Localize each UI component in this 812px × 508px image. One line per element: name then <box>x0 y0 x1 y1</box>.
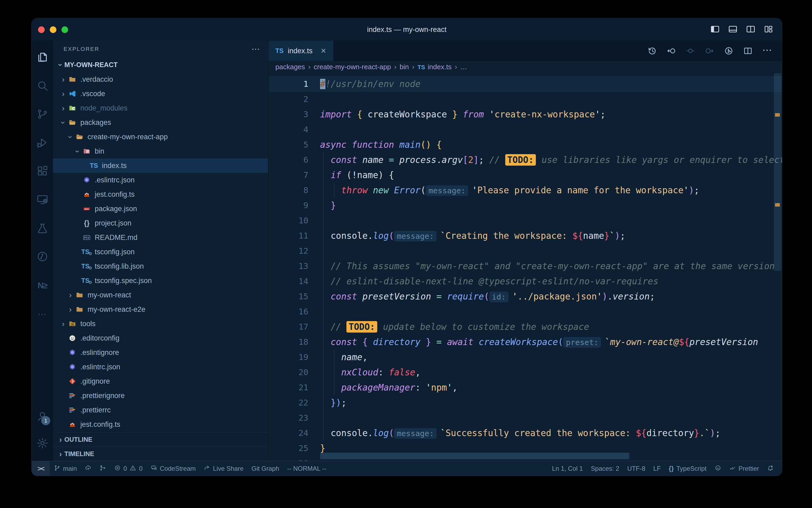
code-editor[interactable]: 1#!/usr/bin/env node23import { createWor… <box>269 73 782 461</box>
status-remote[interactable]: >< <box>32 461 50 476</box>
code-token: Please provide a name for the workspace <box>477 185 683 196</box>
breadcrumb-item-index-ts[interactable]: TSindex.ts <box>418 63 451 71</box>
activity-settings[interactable] <box>32 430 53 457</box>
code-token: () <box>421 139 431 150</box>
tree-item-my-own-react[interactable]: ›my-own-react <box>53 288 268 302</box>
breadcrumb-item-bin[interactable]: bin <box>399 63 409 71</box>
activity-more-views[interactable]: ⋯ <box>36 300 49 328</box>
breadcrumb-item-[interactable]: … <box>460 63 467 71</box>
panel-timeline[interactable]: ›TIMELINE <box>53 447 268 461</box>
activity-testing[interactable] <box>36 214 49 243</box>
tree-item-tsconfig-spec-json[interactable]: TS⚙tsconfig.spec.json <box>53 273 268 288</box>
status-feedback[interactable] <box>711 461 725 476</box>
activity-accounts[interactable]: 1 <box>32 403 53 430</box>
line-number: 8 <box>269 183 308 198</box>
tree-item-package-json[interactable]: npmpackage.json <box>53 202 268 216</box>
tree-item-bin[interactable]: ›0110bin <box>53 144 268 159</box>
tree-item-label: .editorconfig <box>80 334 120 342</box>
code-text: name, <box>320 349 782 365</box>
code-token <box>431 291 436 302</box>
code-token: ' <box>512 291 518 302</box>
status-vim-mode[interactable]: -- NORMAL -- <box>283 461 330 476</box>
tree-item-jest-config-ts[interactable]: jest.config.ts <box>53 417 268 432</box>
tree-item-eslintrc-json[interactable]: .eslintrc.json <box>53 360 268 374</box>
vertical-scrollbar[interactable] <box>774 73 781 271</box>
breadcrumb-item-packages[interactable]: packages <box>275 63 305 71</box>
tree-item-node-modules[interactable]: ›JSnode_modules <box>53 101 268 115</box>
indent-guide <box>323 152 324 167</box>
tree-item-tsconfig-lib-json[interactable]: TS⚙tsconfig.lib.json <box>53 259 268 273</box>
customize-layout-icon[interactable] <box>764 24 773 35</box>
tree-item-project-json[interactable]: {}project.json <box>53 216 268 230</box>
activity-source-control[interactable] <box>36 100 49 129</box>
timeline-history-icon[interactable] <box>647 46 657 56</box>
split-editor-icon[interactable] <box>743 46 753 56</box>
status-problems[interactable]: 00 <box>110 461 147 476</box>
code-token: // This assumes "my-own-react" and "crea… <box>331 261 775 271</box>
tree-item-prettierrc[interactable]: .prettierrc <box>53 403 268 417</box>
activity-explorer[interactable] <box>36 43 49 72</box>
code-token: name <box>357 170 378 180</box>
files-icon <box>36 51 49 65</box>
tree-item-index-ts[interactable]: TSindex.ts <box>53 159 268 173</box>
status-cursor-position[interactable]: Ln 1, Col 1 <box>548 461 587 476</box>
tree-item-create-my-own-react-app[interactable]: ›create-my-own-react-app <box>53 130 268 144</box>
activity-remote-explorer[interactable] <box>36 186 49 214</box>
tree-item-jest-config-ts[interactable]: jest.config.ts <box>53 187 268 202</box>
status-label: UTF-8 <box>627 465 646 472</box>
tree-item-readme-md[interactable]: README.md <box>53 230 268 245</box>
toggle-panel-icon[interactable] <box>728 24 738 35</box>
status-git-branch[interactable]: main <box>50 461 81 476</box>
activity-extensions[interactable] <box>36 157 49 186</box>
activity-nx-console[interactable]: N≥ <box>36 271 49 300</box>
panel-outline[interactable]: ›OUTLINE <box>53 432 268 447</box>
tree-item-tools[interactable]: ›tools <box>53 316 268 331</box>
section-header-my-own-react[interactable]: › MY-OWN-REACT <box>53 57 268 72</box>
status-indentation[interactable]: Spaces: 2 <box>587 461 623 476</box>
tree-item-eslintignore[interactable]: .eslintignore <box>53 345 268 360</box>
status-codestream[interactable]: CodeStream <box>147 461 200 476</box>
activity-search[interactable] <box>36 72 49 100</box>
status-language-mode[interactable]: {}TypeScript <box>665 461 711 476</box>
close-button[interactable] <box>38 26 45 33</box>
code-token: ../package.json <box>518 291 597 302</box>
status-notifications[interactable] <box>763 461 778 476</box>
tree-item-verdaccio[interactable]: ›.verdaccio <box>53 72 268 87</box>
activity-git-graph-view[interactable] <box>36 243 49 271</box>
minimize-button[interactable] <box>50 26 56 33</box>
status-live-share[interactable]: Live Share <box>199 461 247 476</box>
tree-item-eslintrc-json[interactable]: .eslintrc.json <box>53 173 268 187</box>
status-prettier[interactable]: Prettier <box>725 461 763 476</box>
close-tab-icon[interactable]: ✕ <box>321 47 327 55</box>
tree-item-editorconfig[interactable]: .editorconfig <box>53 331 268 345</box>
horizontal-scrollbar[interactable] <box>320 453 629 459</box>
status-git-graph[interactable]: Git Graph <box>247 461 283 476</box>
file-history-icon[interactable] <box>724 46 733 56</box>
status-compare-branch[interactable] <box>96 461 110 476</box>
file-tree: ›.verdaccio›.vscode›JSnode_modules›packa… <box>53 72 268 432</box>
tree-item-prettierignore[interactable]: .prettierignore <box>53 388 268 403</box>
current-change-icon[interactable] <box>686 46 695 56</box>
status-eol[interactable]: LF <box>650 461 665 476</box>
status-encoding[interactable]: UTF-8 <box>623 461 650 476</box>
todo-highlight: TODO: <box>505 154 536 166</box>
tab-index-ts[interactable]: TS index.ts ✕ <box>269 41 333 61</box>
zoom-button[interactable] <box>61 26 68 33</box>
indent-guide <box>323 380 324 395</box>
toggle-split-editor-icon[interactable] <box>746 24 756 35</box>
tree-item-packages[interactable]: ›packages <box>53 115 268 130</box>
next-change-icon[interactable] <box>705 46 714 56</box>
code-token: }) <box>331 397 341 408</box>
tree-item-vscode[interactable]: ›.vscode <box>53 87 268 101</box>
activity-run-and-debug[interactable] <box>36 129 49 157</box>
previous-change-icon[interactable] <box>666 46 676 56</box>
layout-controls <box>710 18 773 41</box>
tree-item-my-own-react-e2e[interactable]: ›my-own-react-e2e <box>53 302 268 316</box>
tree-item-tsconfig-json[interactable]: TS⚙tsconfig.json <box>53 245 268 259</box>
more-actions-icon[interactable]: ⋯ <box>762 50 772 52</box>
breadcrumb-item-create-my-own-react-app[interactable]: create-my-own-react-app <box>314 63 391 71</box>
toggle-sidebar-icon[interactable] <box>710 24 720 35</box>
status-sync-changes[interactable] <box>81 461 96 476</box>
tree-item-gitignore[interactable]: .gitignore <box>53 374 268 388</box>
code-token: ` <box>610 230 615 241</box>
